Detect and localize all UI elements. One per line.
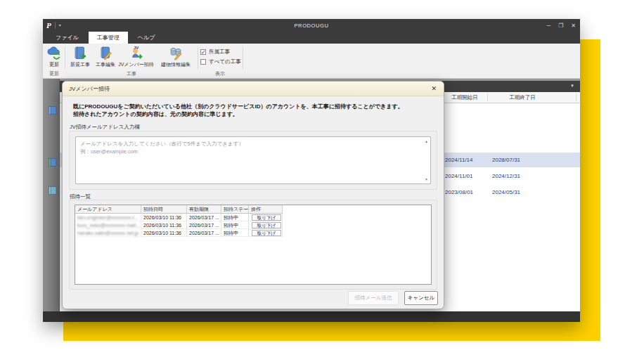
building-info-edit-button[interactable]: 建物情報編集 xyxy=(158,45,193,70)
email-input-section-label: JV招待メールアドレス入力欄 xyxy=(70,124,140,131)
invite-list-panel: メールアドレス 招待日時 有効期限 招待ステータ 操作 taro.enginee… xyxy=(75,205,432,285)
left-sidebar xyxy=(43,79,60,311)
edit-construction-label: 工事編集 xyxy=(96,61,115,68)
window-title: PRODOUGU xyxy=(43,22,580,29)
checkbox-unchecked-icon xyxy=(200,59,206,65)
withdraw-button[interactable]: 取り下げ xyxy=(252,230,281,236)
header-action: 操作 xyxy=(249,205,283,214)
checkbox-own-projects[interactable]: ✓ 所属工事 xyxy=(200,48,241,56)
tab-construction-management[interactable]: 工事管理 xyxy=(89,32,128,44)
svg-text:JV: JV xyxy=(134,46,139,50)
group-label-update: 更新 xyxy=(43,70,65,77)
action-cell: 取り下げ xyxy=(249,229,283,237)
jv-invite-dialog: JVメンバー招待 ✕ 既にPRODOUGUをご契約いただいている他社（別のクラウ… xyxy=(62,81,444,309)
start-date-cell: 2023/08/01 xyxy=(445,185,489,200)
new-construction-button[interactable]: 新規工事 xyxy=(68,45,92,70)
minimize-icon[interactable]: ─ xyxy=(546,22,550,29)
expires-cell: 2026/03/17 ... xyxy=(187,214,221,221)
ribbon-group-separator xyxy=(198,46,198,69)
end-date-cell: 2024/12/31 xyxy=(492,169,536,183)
jv-member-invite-label: JVメンバー招待 xyxy=(118,61,154,68)
ribbon-group-separator xyxy=(243,46,243,69)
start-date-cell: 2024/11/14 xyxy=(445,153,489,167)
header-email: メールアドレス xyxy=(75,205,141,214)
ribbon: 更新 新規工事 工事編集 JV xyxy=(43,44,580,79)
invited-at-cell: 2026/03/10 11:36 xyxy=(141,214,187,221)
checkbox-checked-icon: ✓ xyxy=(200,49,206,55)
column-header-end-date: 工期終了日 xyxy=(489,92,556,103)
jv-member-invite-button[interactable]: JV JVメンバー招待 xyxy=(118,45,154,70)
withdraw-button[interactable]: 取り下げ xyxy=(252,214,281,221)
description-line-1: 既にPRODOUGUをご契約いただいている他社（別のクラウドサービスID）のアカ… xyxy=(73,103,435,110)
tab-help[interactable]: ヘルプ xyxy=(129,32,164,44)
header-status: 招待ステータ xyxy=(221,205,249,214)
expires-cell: 2026/03/17 ... xyxy=(187,221,221,229)
send-invite-mail-button[interactable]: 招待メール送信 xyxy=(348,291,399,305)
window-status-bar xyxy=(43,311,580,322)
column-separator xyxy=(576,93,577,101)
dialog-description: 既にPRODOUGUをご契約いただいている他社（別のクラウドサービスID）のアカ… xyxy=(73,103,435,118)
expires-cell: 2026/03/17 ... xyxy=(187,229,221,237)
update-button-label: 更新 xyxy=(49,61,59,68)
checkbox-all-projects[interactable]: すべての工事 xyxy=(200,58,241,66)
ribbon-group-labels: 更新 工事 表示 xyxy=(43,70,580,77)
withdraw-button[interactable]: 取り下げ xyxy=(252,222,281,228)
invite-list-groupbox: メールアドレス 招待日時 有効期限 招待ステータ 操作 taro.enginee… xyxy=(69,200,437,290)
sidebar-book-icon[interactable] xyxy=(48,186,58,195)
page: P ▾ PRODOUGU ─ ❐ ✕ ファイル 工事管理 ヘルプ xyxy=(0,0,644,362)
close-icon[interactable]: ✕ xyxy=(571,22,576,29)
description-line-2: 招待されたアカウントの契約内容は、元の契約内容に準じます。 xyxy=(73,110,435,118)
cancel-button[interactable]: キャンセル xyxy=(404,291,438,305)
email-placeholder-line1: メールアドレスを入力してください（改行で5件まで入力できます） xyxy=(80,141,244,148)
sidebar-book-icon[interactable] xyxy=(48,157,58,167)
restore-icon[interactable]: ❐ xyxy=(558,22,563,29)
scroll-down-icon[interactable]: ▼ xyxy=(425,177,428,181)
email-cell: taro.engineer@xxxxxxxx-t... xyxy=(75,214,141,221)
display-filter-checkboxes: ✓ 所属工事 すべての工事 xyxy=(200,48,241,67)
group-label-construction: 工事 xyxy=(68,70,195,77)
edit-construction-button[interactable]: 工事編集 xyxy=(94,45,117,70)
ribbon-tab-row: ファイル 工事管理 ヘルプ xyxy=(43,32,580,44)
invite-row: hanako.saito@xxxxxx-net.jp 2026/03/10 11… xyxy=(75,229,431,237)
ribbon-group-separator xyxy=(65,46,65,69)
column-separator xyxy=(487,93,488,101)
invite-row: kuro_neko@xxxxxxxx-mail... 2026/03/10 11… xyxy=(75,221,431,229)
email-input-groupbox: メールアドレスを入力してください（改行で5件まで入力できます） 例：user@e… xyxy=(69,131,437,190)
dialog-title-bar: JVメンバー招待 ✕ xyxy=(63,82,444,96)
invited-at-cell: 2026/03/10 11:36 xyxy=(141,229,187,237)
book-add-icon xyxy=(72,45,88,60)
invite-table-header: メールアドレス 招待日時 有効期限 招待ステータ 操作 xyxy=(75,205,431,214)
chevron-down-icon[interactable]: ▼ xyxy=(570,84,574,88)
cloud-refresh-icon xyxy=(46,45,62,60)
building-info-edit-icon xyxy=(168,45,183,60)
jv-member-invite-icon: JV xyxy=(129,45,144,60)
invite-row: taro.engineer@xxxxxxxx-t... 2026/03/10 1… xyxy=(75,214,431,221)
email-cell: hanako.saito@xxxxxx-net.jp xyxy=(75,229,141,237)
group-label-display: 表示 xyxy=(199,70,241,77)
header-invited-at: 招待日時 xyxy=(141,205,187,214)
dialog-title: JVメンバー招待 xyxy=(69,82,110,96)
action-cell: 取り下げ xyxy=(249,221,283,229)
tab-file[interactable]: ファイル xyxy=(47,32,87,44)
status-cell: 招待中 xyxy=(221,214,249,221)
dialog-close-icon[interactable]: ✕ xyxy=(431,82,437,96)
scroll-up-icon[interactable]: ▲ xyxy=(425,139,428,143)
checkbox-own-projects-label: 所属工事 xyxy=(209,49,230,56)
invited-at-cell: 2026/03/10 11:36 xyxy=(141,221,187,229)
book-edit-icon xyxy=(98,45,113,60)
email-cell: kuro_neko@xxxxxxxx-mail... xyxy=(75,221,141,229)
email-placeholder-line2: 例：user@example.com xyxy=(80,148,138,155)
email-textarea[interactable]: メールアドレスを入力してください（改行で5件まで入力できます） 例：user@e… xyxy=(75,136,431,184)
end-date-cell: 2024/05/31 xyxy=(492,185,536,200)
action-cell: 取り下げ xyxy=(249,214,283,221)
status-cell: 招待中 xyxy=(221,221,249,229)
checkbox-all-projects-label: すべての工事 xyxy=(209,58,241,65)
building-info-edit-label: 建物情報編集 xyxy=(161,61,191,68)
title-bar: P ▾ PRODOUGU ─ ❐ ✕ xyxy=(43,19,580,32)
update-button[interactable]: 更新 xyxy=(44,45,65,70)
sidebar-book-icon[interactable] xyxy=(48,105,58,115)
new-construction-label: 新規工事 xyxy=(70,61,90,68)
start-date-cell: 2024/11/01 xyxy=(445,169,489,183)
header-expires: 有効期限 xyxy=(187,205,221,214)
status-cell: 招待中 xyxy=(221,229,249,237)
